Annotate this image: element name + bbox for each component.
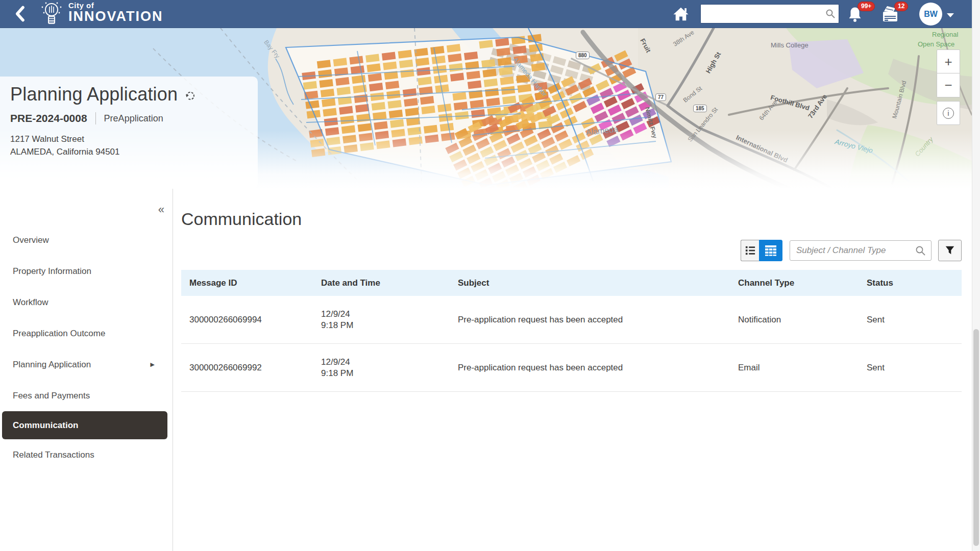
logo-line2: INNOVATION [68, 10, 163, 23]
global-search-input[interactable] [705, 5, 821, 23]
sidebar-item-label: Communication [13, 420, 78, 431]
column-header-status: Status [867, 278, 962, 288]
page-title: Planning Application [10, 84, 178, 105]
table-search [790, 240, 932, 261]
communications-table: Message IDDate and TimeSubjectChannel Ty… [181, 270, 962, 392]
cell-status: Sent [867, 315, 962, 325]
city-logo: City of INNOVATION [40, 1, 163, 28]
sidebar-item-label: Related Transactions [13, 450, 94, 460]
grid-view-icon [765, 245, 777, 256]
top-navbar: City of INNOVATION 99+ [0, 0, 972, 28]
lightbulb-logo-icon [40, 1, 63, 28]
search-icon[interactable] [915, 245, 926, 256]
info-icon: i [943, 108, 954, 119]
sidebar-item-workflow[interactable]: Workflow [0, 287, 173, 318]
record-id: PRE-2024-0008 [10, 112, 87, 124]
grid-view-button[interactable] [759, 240, 782, 261]
column-header-date-and-time: Date and Time [321, 278, 458, 288]
column-header-message-id: Message ID [189, 278, 321, 288]
divider [95, 112, 96, 124]
map-hero[interactable]: Bay FryAlameda HarborAlamedaFruitNimitz … [0, 28, 972, 189]
sidebar-item-fees-and-payments[interactable]: Fees and Payments [0, 380, 173, 411]
table-toolbar [741, 240, 962, 261]
refresh-button[interactable] [185, 90, 196, 103]
cell-message-id: 300000266069992 [189, 363, 321, 373]
sidebar-collapse-button[interactable]: « [158, 203, 164, 216]
cell-status: Sent [867, 363, 962, 373]
global-search [700, 4, 839, 23]
sidebar-item-overview[interactable]: Overview [0, 224, 173, 256]
map-controls: + − i [937, 49, 960, 125]
notifications-badge: 99+ [857, 2, 875, 11]
cell-date-time: 12/9/249:18 PM [321, 309, 458, 331]
search-icon[interactable] [825, 9, 836, 19]
map-info-button[interactable]: i [937, 101, 960, 125]
cell-channel-type: Email [738, 363, 867, 373]
sidebar-item-communication[interactable]: Communication [2, 411, 167, 439]
sidebar-item-label: Fees and Payments [13, 391, 90, 401]
sidebar-nav: OverviewProperty InformationWorkflowPrea… [0, 224, 173, 470]
sidebar-item-label: Property Information [13, 266, 91, 277]
section-heading: Communication [181, 209, 302, 229]
map-zoom-in-button[interactable]: + [937, 49, 960, 73]
user-avatar[interactable]: BW [919, 3, 942, 26]
back-button[interactable] [11, 5, 30, 23]
back-chevron-icon [13, 5, 28, 22]
refresh-icon [185, 90, 196, 102]
record-summary-panel: Planning Application PRE-2024-0008 PreAp… [0, 77, 258, 189]
sidebar: « OverviewProperty InformationWorkflowPr… [0, 189, 173, 551]
page-scrollbar[interactable] [972, 0, 980, 551]
sidebar-item-related-transactions[interactable]: Related Transactions [0, 439, 173, 470]
cell-message-id: 300000266069994 [189, 315, 321, 325]
record-type: PreApplication [104, 113, 163, 124]
app-window: City of INNOVATION 99+ [0, 0, 980, 551]
sidebar-item-label: Planning Application [13, 360, 91, 370]
table-search-input[interactable] [796, 241, 909, 260]
scrollbar-thumb[interactable] [973, 329, 979, 546]
cell-subject: Pre-application request has been accepte… [458, 315, 738, 325]
filter-button[interactable] [938, 240, 962, 261]
main-content: Communication [173, 189, 962, 551]
home-button[interactable] [672, 6, 690, 23]
table-row[interactable]: 30000026606999212/9/249:18 PMPre-applica… [181, 344, 962, 392]
column-header-channel-type: Channel Type [738, 278, 867, 288]
address-line1: 1217 Walnut Street [10, 133, 248, 145]
list-view-icon [745, 245, 756, 256]
user-menu-caret[interactable] [945, 12, 955, 19]
table-body: 30000026606999412/9/249:18 PMPre-applica… [181, 296, 962, 392]
filter-funnel-icon [944, 245, 955, 256]
address-line2: ALAMEDA, California 94501 [10, 145, 248, 158]
sidebar-item-label: Preapplication Outcome [13, 329, 105, 339]
submenu-arrow-icon[interactable]: ▶ [151, 361, 155, 368]
sidebar-item-preapplication-outcome[interactable]: Preapplication Outcome [0, 318, 173, 349]
sidebar-item-label: Overview [13, 235, 49, 245]
cell-channel-type: Notification [738, 315, 867, 325]
view-toggle-group [741, 240, 782, 261]
table-header-row: Message IDDate and TimeSubjectChannel Ty… [181, 270, 962, 296]
home-icon [672, 6, 690, 22]
cell-subject: Pre-application request has been accepte… [458, 363, 738, 373]
cell-date-time: 12/9/249:18 PM [321, 357, 458, 379]
list-view-button[interactable] [741, 240, 759, 261]
column-header-subject: Subject [458, 278, 738, 288]
map-zoom-out-button[interactable]: − [937, 73, 960, 97]
sidebar-item-property-information[interactable]: Property Information [0, 256, 173, 287]
sidebar-item-label: Workflow [13, 297, 48, 308]
cashier-badge: 12 [894, 2, 908, 11]
sidebar-item-planning-application[interactable]: Planning Application▶ [0, 349, 173, 380]
table-row[interactable]: 30000026606999412/9/249:18 PMPre-applica… [181, 296, 962, 344]
